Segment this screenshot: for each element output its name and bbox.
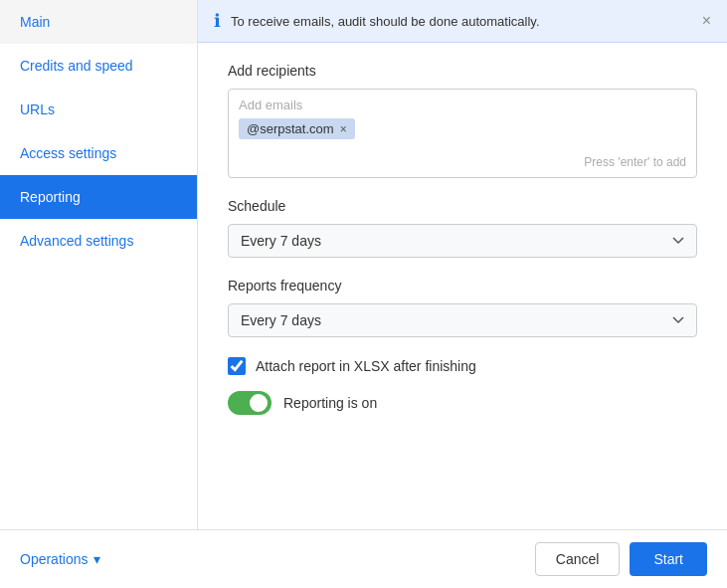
frequency-label: Reports frequency (228, 278, 697, 294)
sidebar-item-advanced-settings[interactable]: Advanced settings (0, 219, 197, 263)
frequency-section: Reports frequency Every 7 days Every day… (228, 278, 697, 337)
schedule-dropdown[interactable]: Every 7 days Every day Every 3 days Ever… (228, 224, 697, 258)
sidebar-item-advanced-label: Advanced settings (20, 233, 133, 249)
footer: Operations ▾ Cancel Start (0, 529, 727, 588)
frequency-dropdown[interactable]: Every 7 days Every day Every 3 days Ever… (228, 303, 697, 337)
email-tag-remove-icon[interactable]: × (340, 122, 347, 136)
close-banner-icon[interactable]: × (702, 12, 711, 30)
attach-report-row: Attach report in XLSX after finishing (228, 357, 697, 375)
add-recipients-label: Add recipients (228, 63, 697, 79)
sidebar-item-access-settings[interactable]: Access settings (0, 131, 197, 175)
attach-report-label: Attach report in XLSX after finishing (256, 358, 476, 374)
reporting-toggle-row: Reporting is on (228, 391, 697, 415)
info-icon: ℹ (214, 10, 221, 32)
main-content: ℹ To receive emails, audit should be don… (198, 0, 727, 529)
sidebar-item-reporting-label: Reporting (20, 189, 81, 205)
sidebar-item-access-label: Access settings (20, 145, 116, 161)
sidebar-item-reporting[interactable]: Reporting (0, 175, 197, 219)
schedule-label: Schedule (228, 198, 697, 214)
operations-label: Operations (20, 551, 88, 567)
sidebar-item-urls-label: URLs (20, 101, 55, 117)
toggle-label: Reporting is on (283, 395, 377, 411)
sidebar-item-credits-label: Credits and speed (20, 58, 133, 74)
reporting-toggle[interactable] (228, 391, 272, 415)
footer-actions: Cancel Start (535, 542, 707, 576)
attach-report-checkbox[interactable] (228, 357, 246, 375)
email-placeholder: Add emails (239, 98, 686, 112)
press-enter-hint: Press 'enter' to add (584, 155, 686, 169)
sidebar-item-urls[interactable]: URLs (0, 88, 197, 131)
chevron-down-icon: ▾ (93, 551, 100, 567)
email-tag: @serpstat.com × (239, 118, 355, 139)
sidebar-item-credits-and-speed[interactable]: Credits and speed (0, 44, 197, 88)
sidebar-item-main-label: Main (20, 14, 50, 30)
cancel-button[interactable]: Cancel (535, 542, 621, 576)
info-banner: ℹ To receive emails, audit should be don… (198, 0, 727, 43)
email-input-container[interactable]: Add emails @serpstat.com × Press 'enter'… (228, 89, 697, 178)
operations-button[interactable]: Operations ▾ (20, 551, 100, 567)
sidebar-item-main[interactable]: Main (0, 0, 197, 44)
email-tag-address: @serpstat.com (247, 121, 334, 136)
content-body: Add recipients Add emails @serpstat.com … (198, 43, 727, 529)
banner-text: To receive emails, audit should be done … (231, 14, 692, 29)
sidebar: Main Credits and speed URLs Access setti… (0, 0, 198, 529)
schedule-section: Schedule Every 7 days Every day Every 3 … (228, 198, 697, 258)
start-button[interactable]: Start (630, 542, 707, 576)
toggle-slider (228, 391, 272, 415)
